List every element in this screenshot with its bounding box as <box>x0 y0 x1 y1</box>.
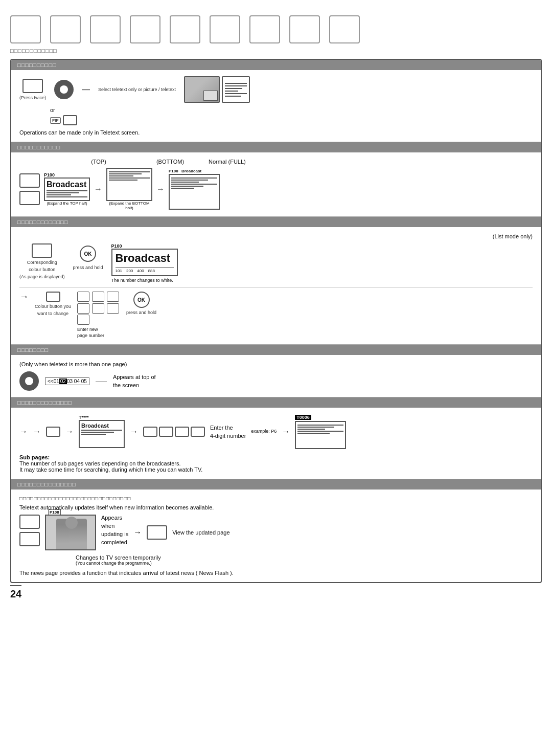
changes-tv-group: Changes to TV screen temporarily (You ca… <box>76 554 533 566</box>
press-twice-label: (Press twice) <box>19 95 46 100</box>
sec3-main-row: Corresponding colour button (As page is … <box>19 243 533 283</box>
sec2-labels-row: (TOP) (BOTTOM) Normal (FULL) <box>65 159 533 165</box>
arrow-sec6: → <box>133 528 142 537</box>
dpad-center <box>60 85 68 94</box>
arrow-right-1: — <box>82 85 90 94</box>
main-container: □□□□□□□□□□ (Press twice) <box>10 59 542 583</box>
ok-button[interactable]: OK <box>80 246 96 262</box>
sec5-content: → → → T**** Broadcast <box>11 408 541 479</box>
digit-btn-1[interactable] <box>143 427 157 437</box>
press-hold-label: press and hold <box>73 265 103 270</box>
ok-button-2[interactable]: OK <box>133 292 150 308</box>
sec2-btn2[interactable] <box>19 191 40 205</box>
appears-label-group: Appears at top of the screen <box>113 374 156 388</box>
top-square-1 <box>10 15 41 43</box>
as-page-label: (As page is displayed) <box>19 274 65 279</box>
broadcast-screen-initial: Broadcast <box>44 177 90 201</box>
page-num-wrapper: 24 <box>10 588 542 600</box>
sec1-content: (Press twice) — Select teletext only or … <box>11 70 541 142</box>
sec2-content: (TOP) (BOTTOM) Normal (FULL) P100 Broadc <box>11 152 541 216</box>
sec2-full-screen-group: P100 Broadcast <box>169 169 220 210</box>
section-3: □□□□□□□□□□□□□ (List mode only) Correspon… <box>11 217 541 345</box>
digit-btn-3[interactable] <box>175 427 189 437</box>
colour-want-btn[interactable] <box>46 292 60 302</box>
or-pip-row: or PIP <box>50 107 533 125</box>
sec3-content: (List mode only) Corresponding colour bu… <box>11 227 541 344</box>
section-4: □□□□□□□□ (Only when teletext is more tha… <box>11 345 541 397</box>
four-digit-label: 4-digit number <box>210 433 246 439</box>
bottom-label: (BOTTOM) <box>137 159 203 165</box>
colour-btn-group: Corresponding colour button (As page is … <box>19 243 65 279</box>
full-screen <box>169 174 220 210</box>
enter-4digit-group: Enter the 4-digit number <box>210 425 246 439</box>
num-key-4 <box>77 303 89 314</box>
top-square-8 <box>289 15 320 43</box>
dpad-button-sec4[interactable] <box>19 371 39 391</box>
sec6-btn2[interactable] <box>19 532 40 546</box>
digit-btn-4[interactable] <box>191 427 205 437</box>
sec6-btn1[interactable] <box>19 515 40 529</box>
num-grid <box>77 292 120 314</box>
broadcast-screen-sec3: Broadcast 101 200 400 888 <box>111 249 178 276</box>
pip-button[interactable] <box>63 115 77 125</box>
top-square-9 <box>329 15 360 43</box>
ops-note: Operations can be made only in Teletext … <box>19 129 533 136</box>
num-key-3 <box>107 292 119 302</box>
four-digit-btns <box>143 427 205 437</box>
t-stars-label: T**** <box>79 415 125 420</box>
sec2-arrow2: → <box>156 185 165 194</box>
p100-broadcast-group: P100 Broadcast 101 200 400 888 The numbe… <box>111 243 178 283</box>
num-key-7 <box>77 315 89 325</box>
sec5-header: □□□□□□□□□□□□□□ <box>11 397 541 408</box>
press-hold-2-label: press and hold <box>126 310 156 315</box>
appears-when-label: Appears <box>101 515 128 521</box>
sec2-left-buttons <box>19 173 40 205</box>
arrow-sec5-1: → <box>19 427 28 436</box>
pip-inset-screen <box>203 91 218 101</box>
news-flash-note: The news page provides a function that i… <box>19 570 533 576</box>
or-pip-group: or PIP <box>50 107 77 125</box>
sub-pages-title: Sub pages: <box>19 454 533 460</box>
top-square-4 <box>130 15 160 43</box>
subpages-note: Sub pages: The number of sub pages varie… <box>19 454 533 473</box>
sec5-btn[interactable] <box>46 427 60 437</box>
appears-label: Appears at top of <box>113 374 156 380</box>
sec3-second-row: → Colour button you want to change <box>19 292 533 338</box>
ok-group-2: OK press and hold <box>126 292 156 315</box>
colour-button-label: colour button <box>29 267 55 272</box>
completed-label: completed <box>101 539 128 545</box>
pip-screens <box>184 76 250 103</box>
sec6-main-row: P108 Appears when updating is comp <box>19 515 533 550</box>
t0006-screen <box>295 421 346 449</box>
dpad-button[interactable] <box>54 80 74 99</box>
arrow-sec5-2: → <box>33 427 41 436</box>
press-twice-btn[interactable] <box>22 79 43 93</box>
sec6-row1: □□□□□□□□□□□□□□□□□□□□□□□□□□□□□□□ <box>19 496 533 501</box>
example-label: example: P6 <box>251 429 277 434</box>
result-btn[interactable] <box>147 525 167 540</box>
or-label: or <box>50 107 77 113</box>
sec4-header: □□□□□□□□ <box>11 345 541 355</box>
pip-main-screen <box>184 76 220 103</box>
t0006-group: T0006 <box>295 414 346 449</box>
sec2-btn1[interactable] <box>19 173 40 188</box>
want-change-label: want to change <box>37 311 68 316</box>
sec3-divider <box>19 287 533 287</box>
top-expanded-screen <box>106 168 152 201</box>
digit-btn-2[interactable] <box>159 427 173 437</box>
p100-label-sec3: P100 <box>111 243 178 249</box>
enter-the-label: Enter the <box>210 425 233 431</box>
dpad-center-sec4 <box>25 377 33 385</box>
colour-btn[interactable] <box>32 243 52 258</box>
when-label: when <box>101 523 128 529</box>
num-key-5 <box>92 303 104 314</box>
enter-new-labels: Enter new <box>77 327 98 332</box>
update-screen-group: P108 <box>45 515 96 550</box>
dpad-group <box>54 80 74 99</box>
pip-lines-screen <box>222 76 250 103</box>
arrow-sec5-3: → <box>65 427 74 436</box>
ok-group: OK press and hold <box>73 246 103 270</box>
section-1: □□□□□□□□□□ (Press twice) <box>11 60 541 142</box>
page-wrapper: □□□□□□□□□□□□ □□□□□□□□□□ (Press twice) <box>10 15 542 600</box>
sub-pages-note1: The number of sub pages varies depending… <box>19 460 533 466</box>
